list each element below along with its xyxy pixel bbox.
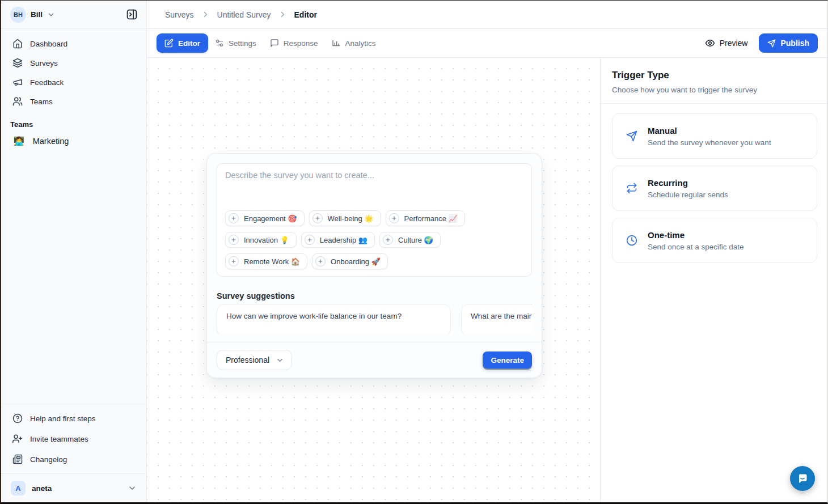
tab-label: Settings [229, 39, 256, 48]
workspace-name: Bill [31, 10, 43, 19]
chip-label: Remote Work 🏠 [244, 257, 300, 266]
topic-chips: Engagement 🎯 Well-being 🌟 Performance 📈 … [225, 206, 523, 269]
breadcrumb-surveys[interactable]: Surveys [165, 10, 194, 19]
trigger-type-panel: Trigger Type Choose how you want to trig… [601, 58, 827, 502]
chip-label: Well-being 🌟 [328, 214, 374, 223]
plus-circle-icon [312, 213, 323, 223]
plus-circle-icon [389, 213, 399, 223]
sidebar: BH Bill Dashboard [1, 1, 147, 502]
bar-chart-icon [332, 39, 341, 48]
sidebar-item-feedback[interactable]: Feedback [8, 73, 140, 92]
plus-circle-icon [315, 256, 326, 266]
tab-analytics[interactable]: Analytics [325, 33, 383, 53]
trigger-option-recurring[interactable]: Recurring Schedule regular sends [612, 166, 817, 211]
preview-button[interactable]: Preview [705, 38, 748, 48]
option-description: Send the survey whenever you want [648, 138, 771, 147]
tab-response[interactable]: Response [263, 33, 325, 53]
panel-right-icon [126, 9, 138, 20]
chip-label: Engagement 🎯 [244, 214, 297, 223]
tone-value: Professional [226, 355, 269, 365]
sidebar-collapse-button[interactable] [125, 7, 139, 22]
survey-prompt-input[interactable] [225, 171, 523, 206]
users-icon [12, 96, 23, 107]
chip-label: Onboarding 🚀 [331, 257, 381, 266]
survey-composer-card: Engagement 🎯 Well-being 🌟 Performance 📈 … [206, 153, 542, 378]
megaphone-icon [12, 77, 23, 87]
chevron-right-icon [201, 10, 210, 19]
sidebar-item-label: Invite teammates [30, 435, 88, 443]
account-menu[interactable]: A aneta [1, 473, 146, 502]
clock-icon [626, 235, 637, 246]
suggestion-card[interactable]: What are the main ob [461, 304, 532, 334]
message-square-icon [270, 39, 279, 48]
team-emoji-icon: 👩‍💻 [14, 136, 24, 146]
publish-button[interactable]: Publish [759, 33, 818, 53]
send-icon [626, 130, 637, 142]
chevron-down-icon [47, 11, 55, 19]
sidebar-item-surveys[interactable]: Surveys [8, 53, 140, 73]
plus-circle-icon [229, 256, 239, 266]
composer-footer: Professional Generate [207, 342, 542, 378]
topic-chip-well-being[interactable]: Well-being 🌟 [309, 210, 381, 226]
topic-chip-remote-work[interactable]: Remote Work 🏠 [225, 253, 307, 269]
tab-settings[interactable]: Settings [208, 33, 263, 53]
suggestion-card[interactable]: How can we improve work-life balance in … [217, 304, 451, 334]
topic-chip-onboarding[interactable]: Onboarding 🚀 [312, 253, 388, 269]
pen-square-icon [164, 39, 174, 48]
suggestions-scroller[interactable]: How can we improve work-life balance in … [217, 304, 532, 334]
chevron-right-icon [278, 10, 287, 19]
breadcrumb-untitled-survey[interactable]: Untitled Survey [217, 10, 271, 19]
sidebar-item-invite[interactable]: Invite teammates [8, 429, 140, 449]
plus-circle-icon [229, 235, 239, 245]
topic-chip-culture[interactable]: Culture 🌍 [379, 232, 441, 248]
sidebar-item-help[interactable]: Help and first steps [8, 408, 140, 429]
sidebar-item-label: Help and first steps [30, 414, 96, 423]
sidebar-item-dashboard[interactable]: Dashboard [8, 34, 140, 53]
workspace-switcher[interactable]: BH Bill [1, 1, 146, 29]
option-description: Schedule regular sends [648, 190, 728, 199]
tab-label: Response [284, 39, 318, 48]
topic-chip-engagement[interactable]: Engagement 🎯 [225, 210, 305, 226]
sidebar-item-teams[interactable]: Teams [8, 92, 140, 111]
publish-label: Publish [780, 39, 809, 48]
option-title: One-time [648, 230, 744, 240]
chat-launcher-button[interactable] [790, 466, 815, 491]
prompt-box: Engagement 🎯 Well-being 🌟 Performance 📈 … [217, 163, 532, 277]
sidebar-item-label: Surveys [30, 59, 58, 67]
breadcrumb-editor: Editor [294, 10, 317, 19]
plus-circle-icon [383, 235, 393, 245]
account-avatar: A [11, 481, 26, 495]
chip-label: Innovation 💡 [244, 236, 289, 244]
editor-toolbar: Editor Settings Response Analytics [147, 29, 827, 58]
plus-circle-icon [305, 235, 315, 245]
sidebar-item-label: Dashboard [30, 40, 67, 48]
tab-editor[interactable]: Editor [157, 33, 208, 53]
topic-chip-performance[interactable]: Performance 📈 [386, 210, 465, 226]
chevron-down-icon [276, 356, 284, 365]
sidebar-item-changelog[interactable]: Changelog [8, 449, 140, 469]
teams-section-label: Teams [1, 111, 146, 131]
user-plus-icon [12, 434, 23, 444]
panel-title: Trigger Type [612, 70, 816, 81]
chip-label: Culture 🌍 [398, 236, 433, 244]
chevron-down-icon [128, 484, 137, 493]
tone-select[interactable]: Professional [217, 350, 292, 370]
panel-subtitle: Choose how you want to trigger the surve… [612, 86, 816, 94]
send-icon [767, 39, 776, 48]
preview-label: Preview [720, 39, 748, 48]
trigger-option-one-time[interactable]: One-time Send once at a specific date [612, 218, 817, 263]
chip-label: Performance 📈 [404, 214, 458, 223]
topic-chip-leadership[interactable]: Leadership 👥 [301, 232, 375, 248]
home-icon [12, 39, 23, 49]
generate-button[interactable]: Generate [483, 351, 532, 369]
chip-label: Leadership 👥 [320, 236, 367, 244]
help-circle-icon [12, 413, 23, 423]
trigger-option-manual[interactable]: Manual Send the survey whenever you want [612, 113, 817, 159]
sidebar-item-label: Teams [30, 98, 53, 106]
sliders-icon [215, 39, 224, 48]
topic-chip-innovation[interactable]: Innovation 💡 [225, 232, 297, 248]
sidebar-item-label: Feedback [30, 78, 64, 87]
sidebar-nav: Dashboard Surveys Feedback Teams [1, 29, 146, 111]
sidebar-team-marketing[interactable]: 👩‍💻 Marketing [1, 131, 146, 151]
suggestions-title: Survey suggestions [217, 291, 532, 300]
